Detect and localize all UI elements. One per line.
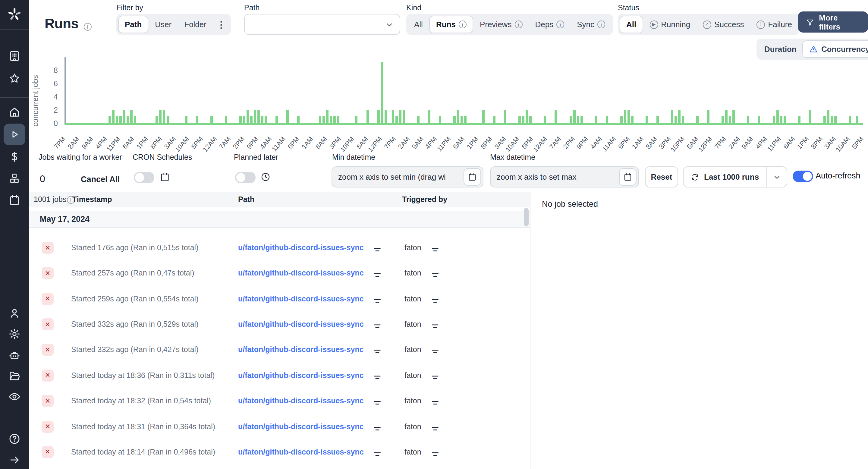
failure-status-badge[interactable]: ✕ bbox=[41, 318, 54, 330]
sidebar-item-expand[interactable] bbox=[0, 451, 29, 469]
filter-by-option-folder[interactable]: Folder bbox=[178, 16, 213, 33]
run-path-link[interactable]: u/faton/github-discord-issues-sync bbox=[238, 371, 364, 380]
windmill-logo-icon[interactable] bbox=[0, 5, 29, 24]
filter-by-user-icon[interactable] bbox=[432, 296, 439, 307]
filter-by-path-icon[interactable] bbox=[374, 321, 381, 332]
view-option-concurrency[interactable]: Concurrency bbox=[803, 40, 868, 58]
info-icon[interactable]: i bbox=[515, 21, 522, 28]
run-path-link[interactable]: u/faton/github-discord-issues-sync bbox=[238, 269, 364, 278]
run-path-link[interactable]: u/faton/github-discord-issues-sync bbox=[238, 422, 364, 431]
status-option-failure[interactable]: !Failure bbox=[750, 16, 798, 33]
sidebar-item-settings[interactable] bbox=[0, 325, 29, 343]
filter-by-path-icon[interactable] bbox=[374, 270, 381, 281]
filter-by-path-icon[interactable] bbox=[374, 245, 381, 256]
failure-status-badge[interactable]: ✕ bbox=[41, 370, 54, 382]
filter-by-user-icon[interactable] bbox=[432, 245, 439, 256]
table-row[interactable]: ✕ Started today at 18:31 (Ran in 0,364s … bbox=[29, 414, 524, 439]
filter-by-option-user[interactable]: User bbox=[149, 16, 178, 33]
max-datetime-input[interactable]: zoom x axis to set max bbox=[490, 166, 639, 187]
kind-option-runs[interactable]: Runsi bbox=[430, 16, 473, 33]
failure-status-badge[interactable]: ✕ bbox=[41, 242, 54, 254]
run-path-link[interactable]: u/faton/github-discord-issues-sync bbox=[238, 346, 364, 354]
cron-schedules-toggle[interactable] bbox=[134, 172, 154, 183]
filter-by-path-icon[interactable] bbox=[374, 398, 381, 409]
filter-by-user-icon[interactable] bbox=[432, 449, 439, 460]
home-icon bbox=[8, 106, 21, 118]
filter-by-option-path[interactable]: Path bbox=[118, 16, 148, 33]
sidebar-item-workspace[interactable] bbox=[0, 47, 29, 65]
sidebar-item-schedules[interactable] bbox=[0, 191, 29, 209]
x-icon: ✕ bbox=[45, 245, 50, 251]
table-row[interactable]: ✕ Started today at 18:36 (Ran in 0,311s … bbox=[29, 363, 524, 388]
sidebar-item-home[interactable] bbox=[0, 103, 29, 121]
sidebar-item-variables[interactable] bbox=[0, 148, 29, 166]
failure-status-badge[interactable]: ✕ bbox=[41, 268, 54, 279]
max-datetime-calendar-button[interactable] bbox=[619, 168, 637, 186]
sidebar-item-resources[interactable] bbox=[0, 169, 29, 187]
filter-by-user-icon[interactable] bbox=[432, 373, 439, 383]
kind-option-previews[interactable]: Previewsi bbox=[474, 16, 529, 33]
failure-status-badge[interactable]: ✕ bbox=[41, 293, 54, 305]
building-icon bbox=[8, 50, 21, 62]
filter-by-path-icon[interactable] bbox=[374, 424, 381, 434]
filter-by-user-icon[interactable] bbox=[432, 321, 439, 332]
sidebar-item-favorites[interactable] bbox=[0, 69, 29, 87]
sidebar-item-workers[interactable] bbox=[0, 347, 29, 365]
runs-limit-main[interactable]: Last 1000 runs bbox=[684, 167, 766, 187]
run-path-link[interactable]: u/faton/github-discord-issues-sync bbox=[238, 244, 364, 252]
run-path-link[interactable]: u/faton/github-discord-issues-sync bbox=[238, 294, 364, 303]
panel-divider[interactable] bbox=[530, 192, 530, 469]
filter-by-path-icon[interactable] bbox=[374, 373, 381, 383]
table-row[interactable]: ✕ Started 259s ago (Ran in 0,554s total)… bbox=[29, 286, 524, 311]
planned-later-toggle[interactable] bbox=[235, 172, 255, 183]
sidebar-item-help[interactable] bbox=[0, 430, 29, 448]
bars[interactable] bbox=[65, 57, 863, 125]
kebab-menu-icon[interactable]: ⋮ bbox=[213, 19, 229, 30]
info-icon[interactable]: i bbox=[459, 21, 467, 28]
failure-status-badge[interactable]: ✕ bbox=[41, 395, 54, 407]
table-row[interactable]: ✕ Started today at 18:14 (Ran in 0,496s … bbox=[29, 439, 524, 465]
reset-button[interactable]: Reset bbox=[645, 166, 678, 187]
filter-by-path-icon[interactable] bbox=[374, 449, 381, 460]
status-option-running[interactable]: ▶Running bbox=[644, 16, 696, 33]
filter-by-path-icon[interactable] bbox=[374, 296, 381, 307]
kind-option-all[interactable]: All bbox=[408, 16, 429, 33]
info-icon[interactable]: i bbox=[556, 21, 564, 28]
table-row[interactable]: ✕ Started 176s ago (Ran in 0,515s total)… bbox=[29, 235, 524, 260]
filter-by-path-icon[interactable] bbox=[374, 347, 381, 358]
info-icon[interactable]: i bbox=[597, 21, 605, 28]
sidebar-item-runs[interactable] bbox=[4, 124, 25, 145]
min-datetime-calendar-button[interactable] bbox=[464, 168, 481, 186]
path-filter-select[interactable] bbox=[244, 14, 400, 35]
info-icon[interactable]: i bbox=[84, 23, 92, 31]
filter-by-user-icon[interactable] bbox=[432, 347, 439, 358]
sidebar-item-folders[interactable] bbox=[0, 367, 29, 385]
kind-option-sync[interactable]: Synci bbox=[571, 16, 611, 33]
view-option-duration[interactable]: Duration bbox=[758, 40, 803, 58]
filter-by-user-icon[interactable] bbox=[432, 424, 439, 434]
cancel-all-button[interactable]: Cancel All bbox=[81, 175, 120, 184]
status-option-success[interactable]: ✓Success bbox=[697, 16, 750, 33]
runs-limit-dropdown[interactable] bbox=[766, 167, 786, 187]
list-scrollbar[interactable] bbox=[524, 208, 529, 226]
kind-option-deps[interactable]: Depsi bbox=[529, 16, 570, 33]
table-row[interactable]: ✕ Started 257s ago (Ran in 0,47s total) … bbox=[29, 261, 524, 286]
filter-by-user-icon[interactable] bbox=[432, 270, 439, 281]
status-option-all[interactable]: All bbox=[620, 16, 643, 33]
failure-status-badge[interactable]: ✕ bbox=[41, 344, 54, 356]
min-datetime-input[interactable]: zoom x axis to set min (drag wi bbox=[332, 166, 484, 187]
sidebar-divider bbox=[0, 29, 29, 30]
more-filters-button[interactable]: More filters bbox=[798, 11, 868, 33]
run-path-link[interactable]: u/faton/github-discord-issues-sync bbox=[238, 448, 364, 456]
failure-status-badge[interactable]: ✕ bbox=[41, 420, 54, 433]
sidebar-item-audit-logs[interactable] bbox=[0, 387, 29, 406]
table-row[interactable]: ✕ Started 332s ago (Ran in 0,529s total)… bbox=[29, 312, 524, 337]
auto-refresh-toggle[interactable] bbox=[793, 170, 813, 182]
run-path-link[interactable]: u/faton/github-discord-issues-sync bbox=[238, 320, 364, 329]
failure-status-badge[interactable]: ✕ bbox=[41, 446, 54, 458]
sidebar-item-users[interactable] bbox=[0, 305, 29, 322]
table-row[interactable]: ✕ Started 332s ago (Ran in 0,427s total)… bbox=[29, 337, 524, 363]
filter-by-user-icon[interactable] bbox=[432, 398, 439, 409]
table-row[interactable]: ✕ Started today at 18:32 (Ran in 0,54s t… bbox=[29, 388, 524, 413]
run-path-link[interactable]: u/faton/github-discord-issues-sync bbox=[238, 397, 364, 405]
